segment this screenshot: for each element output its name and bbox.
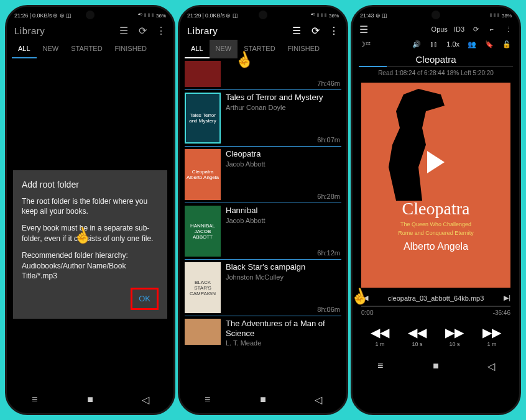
lock-icon[interactable]: 🔓 (502, 39, 512, 49)
tab-new[interactable]: NEW (37, 40, 65, 58)
nav-back[interactable]: ◁ (485, 360, 497, 372)
content-area: Add root folder The root folder is the f… (7, 58, 173, 388)
control-label: 10 s (449, 341, 459, 347)
more-icon[interactable]: ⋮ (329, 26, 339, 36)
list-icon[interactable]: ☰ (292, 26, 302, 36)
book-cover: HANNIBAL JACOB ABBOTT (185, 206, 221, 257)
book-progress-bar[interactable] (359, 66, 513, 67)
tab-finished[interactable]: FINISHED (109, 40, 153, 58)
people-icon[interactable]: 👥 (467, 39, 477, 49)
tab-all[interactable]: ALL (12, 40, 37, 58)
status-signal: ⁴ᴳ ⫴ ⫴ ⫴ (138, 12, 154, 19)
book-list[interactable]: 7h:46m Tales Terror and Mystery Tales of… (180, 58, 346, 388)
control-label: 10 s (412, 341, 422, 347)
phone-2: 21:29 | 0.0KB/s ⊚ ◫ ⁴ᴳ ⫴ ⫴ ⫴ 36% Library… (178, 5, 348, 415)
list-icon[interactable]: ☰ (119, 26, 129, 36)
nav-menu[interactable]: ≡ (201, 393, 214, 406)
prev-track-icon[interactable]: |◀ (361, 294, 368, 302)
rewind-10s-button[interactable]: ◀◀ 10 s (408, 325, 427, 347)
forward-1m-button[interactable]: ▶▶ 1 m (482, 325, 501, 347)
book-duration: 6h:28m (317, 193, 340, 200)
play-icon[interactable] (427, 151, 445, 173)
book-cover: BLACK STAR'S CAMPAIGN (185, 262, 221, 313)
player-cover[interactable]: Cleopatra The Queen Who Challenged Rome … (361, 83, 510, 288)
refresh-icon[interactable]: ⟳ (137, 26, 147, 36)
ok-button[interactable]: OK (132, 290, 157, 308)
more-icon[interactable]: ⋮ (503, 24, 513, 34)
nav-bar: ≡ ■ ◁ (7, 388, 173, 413)
sleep-icon[interactable]: ☽ᶻᶻ (360, 39, 370, 49)
book-author: Johnston McCulley (226, 273, 341, 281)
rotate-icon[interactable]: ⟳ (471, 24, 481, 34)
cover-author: Alberto Angela (404, 241, 468, 252)
book-duration: 6h:12m (317, 249, 340, 257)
nav-home[interactable]: ■ (84, 393, 96, 406)
elapsed-time: 0:00 (361, 309, 373, 316)
list-item[interactable]: The Adventures of a Man of Science L. T.… (180, 316, 346, 349)
track-progress-bar[interactable] (361, 306, 510, 307)
status-battery: 36% (156, 13, 166, 19)
list-item[interactable]: Tales Terror and Mystery Tales of Terror… (180, 90, 346, 146)
book-duration: 8h:06m (317, 306, 340, 313)
app-header: Library ☰ ⟳ ⋮ (180, 22, 346, 40)
bookmark-icon[interactable]: 🔖 (484, 39, 494, 49)
nav-home[interactable]: ■ (257, 393, 269, 406)
forward-10s-button[interactable]: ▶▶ 10 s (445, 325, 464, 347)
menu-icon[interactable]: ☰ (359, 24, 369, 34)
nav-back[interactable]: ◁ (139, 393, 152, 406)
status-icons: ⊕ ⊚ ◫ (53, 12, 72, 19)
tabs: ALL NEW STARTED FINISHED (7, 40, 173, 58)
cast-icon[interactable]: ⌐ (487, 24, 497, 34)
nav-home[interactable]: ■ (430, 360, 442, 372)
status-speed: 0.0KB/s (205, 12, 225, 19)
player-toolbar: ☽ᶻᶻ 🔊 ⫿⫿ 1.0x 👥 🔖 🔓 (353, 37, 519, 52)
tab-started[interactable]: STARTED (238, 40, 281, 58)
status-speed: 0.0KB/s (32, 12, 52, 19)
rewind-icon: ◀◀ (371, 325, 389, 340)
tab-started[interactable]: STARTED (65, 40, 108, 58)
book-cover (185, 61, 221, 87)
book-title: Cleopatra (226, 149, 341, 159)
nav-menu[interactable]: ≡ (374, 360, 387, 372)
status-time: 21:26 (14, 12, 29, 19)
nav-back[interactable]: ◁ (312, 393, 325, 406)
next-track-icon[interactable]: ▶| (504, 294, 510, 302)
list-item[interactable]: HANNIBAL JACOB ABBOTT Hannibal Jacob Abb… (180, 203, 346, 259)
list-item[interactable]: 7h:46m (180, 58, 346, 89)
cover-subtitle-1: The Queen Who Challenged (400, 221, 471, 227)
id3-label[interactable]: ID3 (454, 25, 464, 33)
book-cover (185, 319, 221, 345)
track-times: 0:00 -36:46 (353, 308, 519, 317)
tabs: ALL NEW STARTED FINISHED ☝ (180, 40, 346, 58)
list-item[interactable]: BLACK STAR'S CAMPAIGN Black Star's campa… (180, 260, 346, 316)
player-header: ☰ Opus ID3 ⟳ ⌐ ⋮ (353, 22, 519, 37)
more-icon[interactable]: ⋮ (156, 26, 166, 36)
book-author: Jacob Abbott (226, 217, 341, 224)
book-author: Arthur Conan Doyle (226, 104, 341, 111)
app-title: Library (187, 25, 218, 36)
book-author: Jacob Abbott (226, 160, 341, 168)
list-item[interactable]: Cleopatra Alberto Angela Cleopatra Jacob… (180, 147, 346, 203)
app-header: Library ☰ ⟳ ⋮ (7, 22, 173, 40)
volume-icon[interactable]: 🔊 (412, 39, 422, 49)
remaining-time: -36:46 (493, 309, 510, 316)
opus-label[interactable]: Opus (431, 25, 448, 33)
tab-all[interactable]: ALL (185, 40, 210, 58)
nav-menu[interactable]: ≡ (29, 393, 41, 406)
rewind-1m-button[interactable]: ◀◀ 1 m (371, 325, 389, 347)
tab-new[interactable]: NEW (210, 40, 238, 58)
status-icons: ⊚ ◫ (376, 12, 388, 19)
cover-subtitle-2: Rome and Conquered Eternity (398, 230, 474, 236)
status-time: 21:43 (360, 12, 374, 19)
dialog-text-2: Every book must be in a separate sub-fol… (22, 223, 159, 244)
app-title: Library (14, 25, 45, 36)
status-signal: ⁴ᴳ ⫴ ⫴ ⫴ (311, 12, 327, 19)
book-title: Tales of Terror and Mystery (226, 93, 341, 103)
forward-icon: ▶▶ (445, 325, 464, 340)
speed-button[interactable]: 1.0x (446, 40, 459, 48)
tab-finished[interactable]: FINISHED (282, 40, 326, 58)
phone-3: 21:43 ⊚ ◫ ⫴ ⫴ ⫴ 38% ☰ Opus ID3 ⟳ ⌐ ⋮ ☽ᶻᶻ… (351, 5, 521, 415)
refresh-icon[interactable]: ⟳ (310, 26, 320, 36)
eq-icon[interactable]: ⫿⫿ (429, 39, 439, 49)
track-filename: cleopatra_03_abbott_64kb.mp3 (388, 294, 484, 302)
